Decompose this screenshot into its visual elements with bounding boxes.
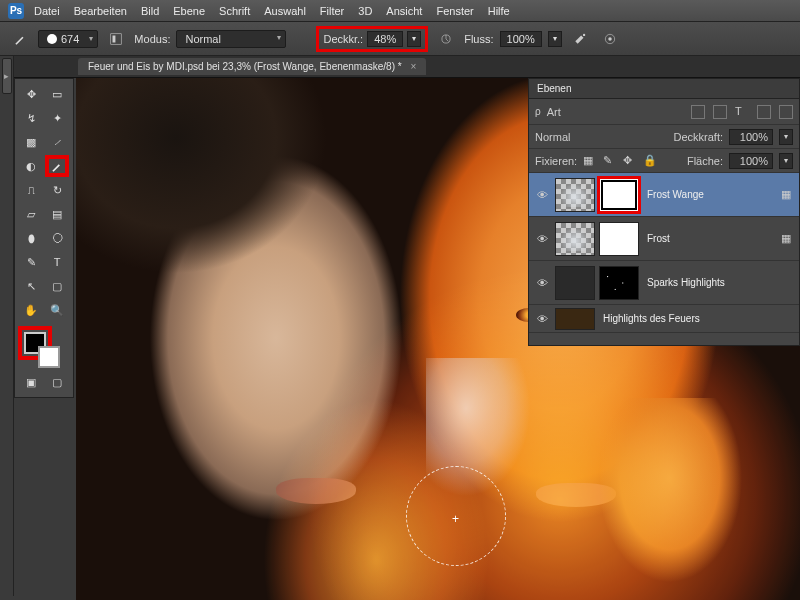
- menu-fenster[interactable]: Fenster: [436, 5, 473, 17]
- hand-tool[interactable]: ✋: [19, 299, 43, 321]
- fill-value[interactable]: 100%: [729, 153, 773, 169]
- svg-point-3: [583, 33, 585, 35]
- move-tool[interactable]: ✥: [19, 83, 43, 105]
- opacity-label: Deckkr.:: [323, 33, 363, 45]
- layer-filter-kind[interactable]: Art: [547, 106, 617, 118]
- eyedropper-tool[interactable]: ⟋: [45, 131, 69, 153]
- path-tool[interactable]: ↖: [19, 275, 43, 297]
- layer-blend-mode[interactable]: Normal: [535, 131, 655, 143]
- layer-opacity-dropdown[interactable]: ▾: [779, 129, 793, 145]
- visibility-icon[interactable]: 👁: [533, 233, 551, 245]
- lock-transparency-icon[interactable]: ▦: [583, 154, 597, 168]
- blend-mode-select[interactable]: Normal: [176, 30, 286, 48]
- heal-tool[interactable]: ◐: [19, 155, 43, 177]
- shape-tool[interactable]: ▢: [45, 275, 69, 297]
- layer-opacity-value[interactable]: 100%: [729, 129, 773, 145]
- layer-row[interactable]: 👁 Frost ▦: [529, 217, 799, 261]
- fill-dropdown[interactable]: ▾: [779, 153, 793, 169]
- app-logo: Ps: [8, 3, 24, 19]
- pen-tool[interactable]: ✎: [19, 251, 43, 273]
- layer-thumbnail[interactable]: [555, 308, 595, 330]
- layer-row[interactable]: 👁 Highlights des Feuers: [529, 305, 799, 333]
- layer-thumbnail[interactable]: [555, 178, 595, 212]
- layer-name[interactable]: Sparks Highlights: [643, 277, 795, 288]
- fill-label: Fläche:: [687, 155, 723, 167]
- menu-auswahl[interactable]: Auswahl: [264, 5, 306, 17]
- dock-handle-icon[interactable]: ▸: [2, 58, 12, 94]
- dodge-tool[interactable]: 🞅: [45, 227, 69, 249]
- brush-panel-toggle-icon[interactable]: [104, 27, 128, 51]
- layer-name[interactable]: Highlights des Feuers: [599, 313, 795, 324]
- background-color[interactable]: [38, 346, 60, 368]
- history-brush-tool[interactable]: ↻: [45, 179, 69, 201]
- stamp-tool[interactable]: ⎍: [19, 179, 43, 201]
- menu-3d[interactable]: 3D: [358, 5, 372, 17]
- pressure-size-icon[interactable]: [598, 27, 622, 51]
- layer-row[interactable]: 👁 Sparks Highlights: [529, 261, 799, 305]
- document-tab[interactable]: Feuer und Eis by MDI.psd bei 23,3% (Fros…: [78, 58, 426, 75]
- lasso-tool[interactable]: ↯: [19, 107, 43, 129]
- menu-bearbeiten[interactable]: Bearbeiten: [74, 5, 127, 17]
- close-tab-icon[interactable]: ×: [410, 61, 416, 72]
- layer-name[interactable]: Frost Wange: [643, 189, 777, 200]
- menu-ansicht[interactable]: Ansicht: [386, 5, 422, 17]
- airbrush-icon[interactable]: [568, 27, 592, 51]
- lock-all-icon[interactable]: 🔒: [643, 154, 657, 168]
- screenmode-toggle[interactable]: ▢: [46, 372, 68, 392]
- opacity-value[interactable]: 48%: [367, 31, 403, 47]
- lock-pixels-icon[interactable]: ✎: [603, 154, 617, 168]
- lock-label: Fixieren:: [535, 155, 577, 167]
- tool-preset-icon[interactable]: [8, 27, 32, 51]
- brush-tool[interactable]: [45, 155, 69, 177]
- wand-tool[interactable]: ✦: [45, 107, 69, 129]
- filter-type-icon[interactable]: T: [735, 105, 749, 119]
- brush-cursor-cross: +: [452, 512, 460, 520]
- menu-filter[interactable]: Filter: [320, 5, 344, 17]
- layer-mask-thumbnail[interactable]: [599, 266, 639, 300]
- menu-schrift[interactable]: Schrift: [219, 5, 250, 17]
- color-swatches: [18, 326, 70, 370]
- marquee-tool[interactable]: ▭: [45, 83, 69, 105]
- layer-link-icon[interactable]: ▦: [781, 188, 795, 201]
- lock-position-icon[interactable]: ✥: [623, 154, 637, 168]
- pressure-opacity-icon[interactable]: [434, 27, 458, 51]
- visibility-icon[interactable]: 👁: [533, 313, 551, 325]
- zoom-tool[interactable]: 🔍: [45, 299, 69, 321]
- blur-tool[interactable]: ⬮: [19, 227, 43, 249]
- layer-blend-row: Normal Deckkraft: 100% ▾: [529, 125, 799, 149]
- layer-mask-thumbnail[interactable]: [599, 178, 639, 212]
- menu-datei[interactable]: Datei: [34, 5, 60, 17]
- flow-value[interactable]: 100%: [500, 31, 542, 47]
- svg-rect-1: [113, 35, 116, 42]
- crop-tool[interactable]: ▩: [19, 131, 43, 153]
- layer-mask-thumbnail[interactable]: [599, 222, 639, 256]
- flow-label: Fluss:: [464, 33, 493, 45]
- flow-dropdown[interactable]: ▾: [548, 31, 562, 47]
- quickmask-toggle[interactable]: ▣: [20, 372, 42, 392]
- filter-adjust-icon[interactable]: [713, 105, 727, 119]
- opacity-dropdown[interactable]: ▾: [407, 31, 421, 47]
- layer-filter-row: ρ Art T: [529, 99, 799, 125]
- layer-thumbnail[interactable]: [555, 222, 595, 256]
- menu-ebene[interactable]: Ebene: [173, 5, 205, 17]
- brush-size-picker[interactable]: 674: [38, 30, 98, 48]
- type-tool[interactable]: T: [45, 251, 69, 273]
- svg-rect-0: [111, 33, 122, 44]
- filter-pixel-icon[interactable]: [691, 105, 705, 119]
- layer-row[interactable]: 👁 Frost Wange ▦: [529, 173, 799, 217]
- visibility-icon[interactable]: 👁: [533, 189, 551, 201]
- eraser-tool[interactable]: ▱: [19, 203, 43, 225]
- menu-bild[interactable]: Bild: [141, 5, 159, 17]
- tools-panel: ✥▭ ↯✦ ▩⟋ ◐ ⎍↻ ▱▤ ⬮🞅 ✎T ↖▢ ✋🔍 ▣▢: [14, 78, 74, 398]
- menu-hilfe[interactable]: Hilfe: [488, 5, 510, 17]
- gradient-tool[interactable]: ▤: [45, 203, 69, 225]
- layer-link-icon[interactable]: ▦: [781, 232, 795, 245]
- filter-shape-icon[interactable]: [757, 105, 771, 119]
- visibility-icon[interactable]: 👁: [533, 277, 551, 289]
- layers-panel-tab[interactable]: Ebenen: [529, 79, 799, 99]
- menubar: Ps Datei Bearbeiten Bild Ebene Schrift A…: [0, 0, 800, 22]
- layer-name[interactable]: Frost: [643, 233, 777, 244]
- document-tabbar: Feuer und Eis by MDI.psd bei 23,3% (Fros…: [0, 56, 800, 78]
- filter-smart-icon[interactable]: [779, 105, 793, 119]
- layer-thumbnail[interactable]: [555, 266, 595, 300]
